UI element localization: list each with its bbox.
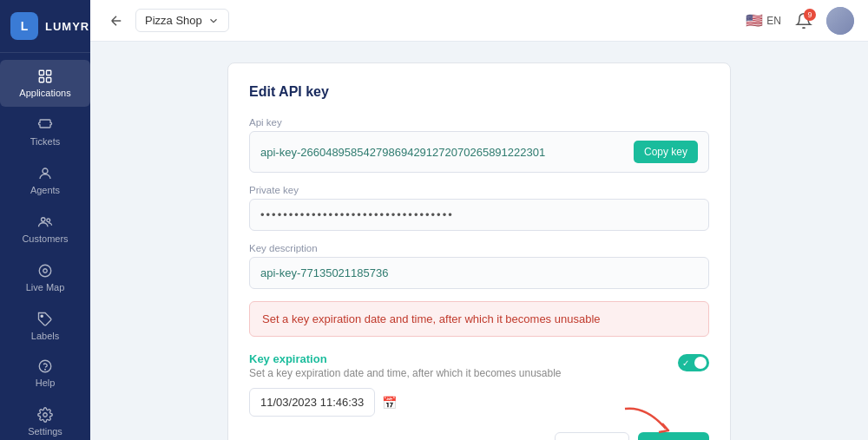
sidebar-item-tickets[interactable]: Tickets: [0, 108, 90, 155]
datetime-value: 11/03/2023 11:46:33: [260, 396, 364, 409]
sidebar-item-label: Labels: [31, 331, 59, 341]
sidebar: L LUMYRI Applications Tickets: [0, 0, 90, 440]
sidebar-bottom: Help Settings: [0, 350, 90, 440]
private-key-wrapper: ••••••••••••••••••••••••••••••••••: [249, 199, 709, 231]
back-button[interactable]: [104, 9, 128, 33]
sidebar-item-labels[interactable]: Labels: [0, 303, 90, 350]
sidebar-item-customers[interactable]: Customers: [0, 206, 90, 253]
api-key-wrapper: api-key-26604895854279869429127207026589…: [249, 131, 709, 173]
svg-point-12: [43, 413, 48, 417]
private-key-value: ••••••••••••••••••••••••••••••••••: [260, 208, 698, 221]
sidebar-item-label: Applications: [19, 88, 70, 98]
svg-rect-1: [47, 70, 51, 75]
topbar-left: Pizza Shop: [104, 9, 229, 33]
sidebar-nav: Applications Tickets Agents Cust: [0, 60, 90, 350]
toggle-check-icon: ✓: [682, 358, 689, 368]
sidebar-item-label: Live Map: [26, 282, 65, 292]
sidebar-item-settings[interactable]: Settings: [0, 398, 90, 440]
svg-point-6: [47, 219, 50, 222]
customers-icon: [37, 214, 53, 230]
svg-point-9: [41, 315, 43, 317]
expiration-section: Key expiration Set a key expiration date…: [249, 352, 709, 417]
help-icon: [37, 358, 53, 374]
sidebar-item-label: Help: [36, 378, 56, 388]
app-selector[interactable]: Pizza Shop: [135, 9, 229, 32]
topbar: Pizza Shop 🇺🇸 EN 9: [90, 0, 868, 42]
avatar-image: [826, 7, 854, 35]
expiration-toggle[interactable]: ✓: [678, 354, 709, 371]
sidebar-item-label: Settings: [28, 426, 62, 437]
labels-icon: [37, 312, 53, 327]
action-row: Cancel Save: [249, 432, 709, 440]
key-description-value: api-key-77135021185736: [260, 266, 698, 279]
sidebar-item-help[interactable]: Help: [0, 350, 90, 397]
tickets-icon: [37, 117, 53, 133]
expiration-header: Key expiration Set a key expiration date…: [249, 352, 709, 379]
logo-icon: L: [10, 12, 38, 40]
svg-point-7: [39, 265, 51, 277]
private-key-field-group: Private key ••••••••••••••••••••••••••••…: [249, 185, 709, 231]
datetime-input[interactable]: 11/03/2023 11:46:33: [249, 388, 375, 417]
calendar-icon[interactable]: 📅: [382, 396, 397, 410]
expiration-title: Key expiration: [249, 352, 562, 365]
key-description-wrapper: api-key-77135021185736: [249, 257, 709, 289]
flag-icon: 🇺🇸: [746, 12, 763, 29]
cancel-button[interactable]: Cancel: [555, 432, 629, 440]
notification-button[interactable]: 9: [792, 9, 816, 33]
svg-point-8: [43, 269, 48, 273]
avatar[interactable]: [826, 7, 854, 35]
sidebar-item-label: Customers: [22, 233, 68, 244]
svg-rect-3: [47, 78, 51, 82]
agents-icon: [37, 166, 53, 181]
sidebar-item-label: Agents: [30, 185, 60, 195]
sidebar-item-applications[interactable]: Applications: [0, 60, 90, 107]
copy-key-button[interactable]: Copy key: [634, 141, 698, 163]
svg-point-4: [43, 168, 48, 174]
private-key-label: Private key: [249, 185, 709, 195]
content: Edit API key Api key api-key-26604895854…: [90, 42, 868, 440]
svg-rect-0: [39, 70, 43, 75]
alert-message: Set a key expiration date and time, afte…: [262, 312, 601, 325]
save-button[interactable]: Save: [638, 432, 709, 440]
logo-name: LUMYRI: [45, 20, 94, 33]
live-map-icon: [37, 263, 53, 279]
main: Pizza Shop 🇺🇸 EN 9: [90, 0, 868, 440]
card-title: Edit API key: [249, 84, 709, 100]
key-description-field-group: Key description api-key-77135021185736: [249, 243, 709, 289]
edit-api-key-card: Edit API key Api key api-key-26604895854…: [227, 62, 731, 440]
sidebar-item-label: Tickets: [30, 136, 60, 147]
back-icon: [108, 13, 124, 29]
app-name: Pizza Shop: [145, 14, 202, 27]
chevron-down-icon: [207, 15, 220, 27]
api-key-field-group: Api key api-key-266048958542798694291272…: [249, 117, 709, 173]
topbar-right: 🇺🇸 EN 9: [746, 7, 854, 35]
datetime-wrapper: 11/03/2023 11:46:33 📅: [249, 388, 709, 417]
lang-label: EN: [766, 15, 781, 27]
svg-point-11: [45, 369, 46, 370]
expiration-description: Set a key expiration date and time, afte…: [249, 367, 562, 379]
sidebar-logo[interactable]: L LUMYRI: [0, 0, 90, 53]
key-description-label: Key description: [249, 243, 709, 253]
lang-selector[interactable]: 🇺🇸 EN: [746, 12, 781, 29]
expiration-text: Key expiration Set a key expiration date…: [249, 352, 562, 379]
alert-box: Set a key expiration date and time, afte…: [249, 301, 709, 337]
svg-rect-2: [39, 78, 43, 82]
notification-badge: 9: [804, 9, 816, 21]
settings-icon: [37, 407, 53, 423]
sidebar-item-agents[interactable]: Agents: [0, 157, 90, 204]
api-key-label: Api key: [249, 117, 709, 128]
sidebar-item-live-map[interactable]: Live Map: [0, 254, 90, 301]
applications-icon: [37, 69, 53, 84]
svg-point-5: [42, 218, 46, 222]
api-key-value: api-key-26604895854279869429127207026589…: [260, 146, 634, 159]
